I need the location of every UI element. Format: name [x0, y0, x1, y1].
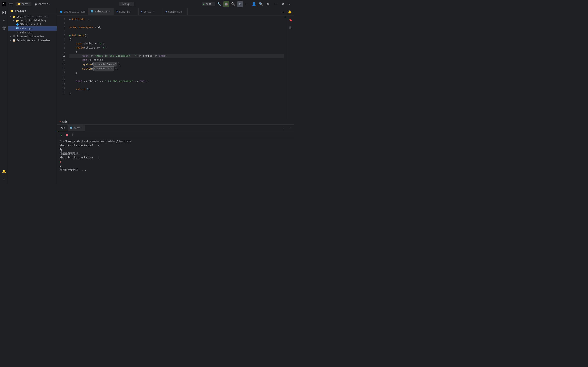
tab-cmakelists-label: CMakeLists.txt	[64, 10, 85, 13]
fold-arrow-1[interactable]: ▶	[69, 17, 71, 21]
line-num-18: 18	[57, 86, 65, 91]
tab-main-cpp-close[interactable]: ✕	[108, 10, 112, 13]
tree-item-scratches[interactable]: ▶ 📋 Scratches and Consoles	[8, 38, 57, 42]
search-icon-btn[interactable]: 🔍	[258, 1, 264, 7]
tab-main-cpp[interactable]: C main.cpp ✕	[88, 8, 114, 16]
cmake-file-icon: 🔷	[16, 23, 19, 26]
title-bar-left: C 📁 test ▾ master ▾	[2, 1, 52, 7]
toolbar-icon-btn[interactable]: 🔧	[216, 1, 222, 7]
code-line-18: return 0 ;	[69, 87, 284, 91]
tree-item-test-root[interactable]: ▾ 📁 test F:\CLion_code\test	[8, 15, 57, 18]
test-tab-close[interactable]: ✕	[81, 127, 82, 129]
hamburger-menu-button[interactable]	[8, 1, 14, 7]
tree-content: ▾ 📁 test F:\CLion_code\test ▶ 📁 cmake-bu…	[8, 14, 57, 43]
line-num-10: 10	[57, 54, 65, 58]
code-line-16: cout << choice << " is the variable" << …	[69, 79, 284, 83]
run-panel-minimize-btn[interactable]: ─	[287, 125, 293, 131]
vcs-branch-selector[interactable]: master ▾	[33, 2, 52, 6]
svg-text:C: C	[16, 27, 17, 29]
code-system-1: system	[82, 62, 92, 66]
breadcrumb-bar: ⊕ main	[57, 119, 294, 124]
code-using: using	[69, 25, 77, 29]
breadcrumb-main: main	[62, 120, 68, 123]
line-numbers: 1 2 3 4 5 6 7 8 9 10 11 12 13 14 15 16 1	[57, 16, 68, 119]
run-line-arrow[interactable]: ▶	[69, 33, 71, 38]
code-line-17	[69, 83, 284, 87]
run-tab-label: Run	[61, 126, 65, 129]
run-restart-btn[interactable]: ↻	[59, 132, 64, 137]
settings-icon-btn[interactable]: ⚙	[265, 1, 271, 7]
run-more-btn[interactable]: ⋮	[70, 132, 75, 137]
tree-item-main-cpp[interactable]: C main.cpp	[8, 26, 57, 31]
code-char-kw: char	[76, 42, 82, 46]
test-tab[interactable]: C test ✕	[68, 125, 85, 131]
people-icon-btn[interactable]: 👤	[251, 1, 257, 7]
svg-text:C: C	[3, 3, 4, 6]
file-tree-header: 📁 Project ▾	[8, 8, 57, 14]
code-content[interactable]: ▶ #include ... using namespace std ;	[68, 16, 284, 119]
tab-conio-s-h-label: conio_s.h	[168, 10, 182, 13]
close-button[interactable]: ✕	[287, 1, 292, 7]
tab-conio-h[interactable]: H conio.h	[139, 8, 163, 16]
code-std: std	[95, 25, 100, 29]
right-icon-database[interactable]: 🗄	[287, 24, 294, 31]
tab-cmake-icon: 🔷	[60, 10, 63, 13]
code-line-8: while (choice != 'x' )	[69, 46, 284, 50]
right-gutter: ✓	[284, 16, 287, 119]
line-num-2: 2	[57, 21, 65, 25]
code-line-5: ▶ int main ()	[69, 33, 284, 38]
term-line-2: 1	[60, 147, 292, 151]
plugin-icon-btn[interactable]: 🔌	[230, 1, 236, 7]
tree-item-main-exe[interactable]: ⚙ main.exe	[8, 31, 57, 34]
project-name: test	[21, 2, 28, 6]
main-layout: 🔔 ⋯ 📁 Project ▾ ▾ 📁 test F:\CLion_code\t…	[0, 8, 294, 184]
sidebar-icon-more[interactable]: ⋯	[0, 175, 8, 183]
sidebar-icon-structure[interactable]	[0, 25, 8, 32]
copilot-icon-btn[interactable]: 🤖	[223, 1, 229, 7]
tree-item-scratches-label: Scratches and Consoles	[17, 39, 51, 42]
code-line-10: cout << "What is the variable? " << choi…	[69, 54, 284, 58]
code-line-9: {	[69, 50, 284, 54]
svg-text:C: C	[91, 11, 92, 12]
right-panel-icons: 🔖 🗄	[287, 16, 294, 119]
sidebar-icon-commit[interactable]	[0, 17, 8, 24]
line-num-3: 3	[57, 25, 65, 29]
tab-bar-right: ⋯ 🔔	[280, 9, 294, 15]
code-char-x: 'x'	[102, 46, 106, 50]
tree-item-cmake-build-label: cmake-build-debug	[20, 19, 46, 22]
minimize-button[interactable]: ─	[274, 1, 279, 7]
code-line-2	[69, 21, 284, 25]
tab-more-button[interactable]: ⋯	[280, 9, 286, 15]
more-icon-btn[interactable]: ⋯	[244, 1, 250, 7]
tab-cmakelists[interactable]: 🔷 CMakeLists.txt	[57, 8, 88, 16]
sidebar-icon-files[interactable]	[0, 9, 8, 16]
svg-text:C: C	[70, 127, 71, 129]
tab-conio-s-h[interactable]: H conio_s.h	[163, 8, 188, 16]
tree-item-cmake-build[interactable]: ▶ 📁 cmake-build-debug	[8, 18, 57, 22]
run-panel-more-btn[interactable]: ⋮	[281, 125, 287, 131]
svg-rect-4	[9, 5, 13, 5]
ext-libs-arrow: ▶	[9, 35, 12, 38]
tree-item-cmakelists[interactable]: 🔷 CMakeLists.txt	[8, 22, 57, 26]
tab-cpp-icon: C	[90, 10, 93, 13]
svg-point-6	[35, 4, 36, 5]
project-selector[interactable]: 📁 test ▾	[16, 2, 31, 6]
code-include-rest: ...	[85, 17, 91, 21]
tree-item-ext-libs[interactable]: ▶ 🏛 External Libraries	[8, 34, 57, 38]
app-logo: C	[2, 2, 7, 7]
restore-button[interactable]: ⧉	[280, 1, 286, 7]
layout-icon-btn[interactable]: ⊟	[237, 1, 243, 7]
sidebar-icon-notifications[interactable]: 🔔	[0, 167, 8, 175]
run-panel-tab-bar: Run C test ✕ ⋮ ─	[57, 125, 294, 131]
debug-config-selector[interactable]: Debug ▾	[119, 2, 134, 6]
terminal-output[interactable]: F:\CLion_code\test\cmake-build-debug\tes…	[57, 138, 294, 184]
title-center: Debug ▾	[53, 2, 200, 6]
run-tab[interactable]: Run	[58, 125, 68, 131]
right-icon-bookmarks[interactable]: 🔖	[287, 16, 294, 24]
tab-numeric[interactable]: # numeric	[114, 8, 139, 16]
line-num-19: 19	[57, 91, 65, 95]
run-config-selector[interactable]: ▶ test ▾	[202, 2, 215, 6]
notifications-button[interactable]: 🔔	[287, 9, 292, 15]
run-stop-btn[interactable]: ■	[65, 132, 69, 137]
project-folder-icon: 📁	[10, 9, 13, 12]
